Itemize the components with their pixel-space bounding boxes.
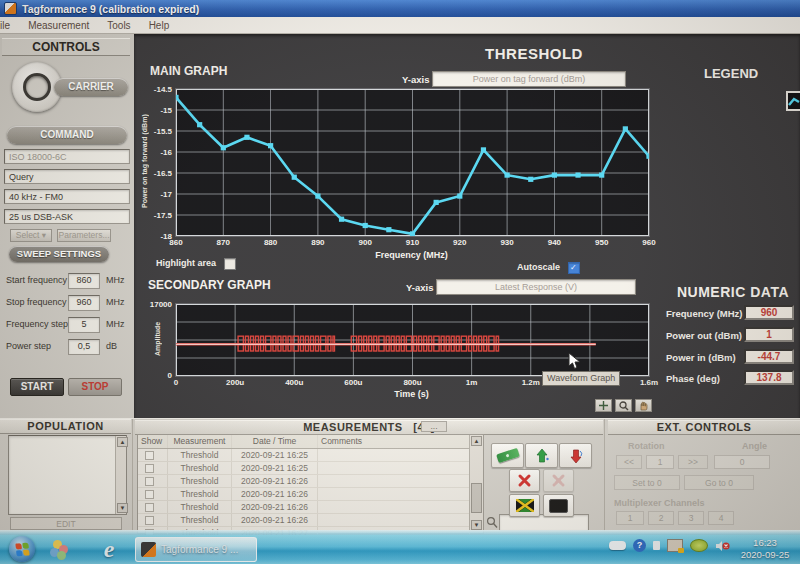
command-button[interactable]: COMMAND — [7, 126, 127, 144]
population-scroll-up-icon[interactable]: ▲ — [117, 437, 128, 447]
delete-measurement-button[interactable] — [509, 469, 540, 492]
table-row[interactable]: Threshold 2020-09-21 16:26 — [138, 475, 483, 488]
waveform-graph-tooltip: Waveform Graph — [542, 371, 620, 386]
table-row[interactable]: Threshold 2020-09-21 16:26 — [138, 501, 483, 514]
main-chart-ylabel: Power on tag forward (dBm) — [141, 88, 148, 235]
autoscale-checkbox[interactable] — [568, 262, 580, 274]
command-type-field[interactable]: Query — [4, 169, 130, 184]
show-hidden-icons-button[interactable] — [609, 541, 626, 550]
row-show-checkbox[interactable] — [145, 451, 154, 460]
measurements-table-header: Show Measurement Date / Time Comments — [138, 435, 483, 449]
start-frequency-label: Start frequency — [6, 275, 67, 285]
start-frequency-input[interactable]: 860 — [68, 273, 100, 289]
blank-display-button[interactable] — [543, 494, 574, 517]
system-tray: ? — [609, 539, 730, 552]
legend-line-icon — [788, 95, 800, 107]
antivirus-tray-icon[interactable] — [690, 539, 708, 552]
bottom-section: POPULATION ▲ ▼ EDIT MEASUREMENTS [49] ..… — [0, 418, 800, 533]
row-show-checkbox[interactable] — [145, 490, 154, 499]
menu-help[interactable]: Help — [149, 20, 170, 31]
set-to-0-button[interactable]: Set to 0 — [614, 475, 680, 490]
measurements-scroll-down-icon[interactable]: ▼ — [471, 520, 482, 530]
export-image-button[interactable] — [509, 494, 540, 517]
select-dropdown[interactable]: Select ▾ — [10, 229, 52, 242]
tagformance-task-button[interactable]: Tagformance 9 ... — [135, 537, 257, 562]
menu-measurement[interactable]: Measurement — [28, 20, 89, 31]
measurements-scroll-thumb[interactable] — [471, 483, 482, 513]
angle-field[interactable]: 0 — [714, 455, 770, 469]
row-show-checkbox[interactable] — [145, 477, 154, 486]
action-center-tray-icon[interactable] — [667, 539, 683, 552]
secondary-chart-xlabel: Time (s) — [175, 389, 648, 399]
link-frequency-field[interactable]: 40 kHz - FM0 — [4, 189, 130, 204]
stop-frequency-unit: MHz — [106, 297, 125, 307]
crosshair-tool-button[interactable] — [595, 399, 612, 412]
sweep-settings-button[interactable]: SWEEP SETTINGS — [9, 246, 109, 262]
export-measurement-button[interactable] — [559, 443, 592, 468]
pan-tool-button[interactable] — [635, 399, 652, 412]
carrier-button[interactable]: CARRIER — [54, 78, 128, 96]
zoom-tool-button[interactable] — [615, 399, 632, 412]
start-button[interactable]: START — [10, 378, 64, 396]
row-show-checkbox[interactable] — [145, 503, 154, 512]
rotation-steps-field[interactable]: 1 — [646, 455, 674, 469]
modulation-field[interactable]: 25 us DSB-ASK — [4, 209, 130, 224]
measurements-more-button[interactable]: ... — [421, 421, 447, 432]
measurements-scrollbar[interactable]: ▲ ▼ — [469, 435, 483, 531]
table-row[interactable]: Threshold 2020-09-21 16:25 — [138, 462, 483, 475]
population-scrollbar[interactable]: ▲ ▼ — [115, 436, 126, 514]
menu-tools[interactable]: Tools — [107, 20, 130, 31]
population-scroll-down-icon[interactable]: ▼ — [117, 503, 128, 513]
stop-button[interactable]: STOP — [68, 378, 122, 396]
row-show-checkbox[interactable] — [145, 464, 154, 473]
measurements-scroll-up-icon[interactable]: ▲ — [471, 436, 482, 446]
add-tag-button[interactable] — [491, 443, 524, 468]
table-row[interactable]: Threshold 2020-09-21 16:25 — [138, 449, 483, 462]
main-yaxis-dropdown[interactable]: Power on tag forward (dBm) — [432, 71, 626, 87]
protocol-field[interactable]: ISO 18000-6C — [4, 149, 130, 164]
taskbar-clock[interactable]: 16:23 2020-09-25 — [734, 537, 796, 561]
rotate-prev-button[interactable]: << — [616, 455, 642, 469]
rotate-next-button[interactable]: >> — [678, 455, 708, 469]
go-to-0-button[interactable]: Go to 0 — [684, 475, 754, 490]
import-measurement-button[interactable] — [525, 443, 558, 468]
col-show[interactable]: Show — [138, 435, 168, 448]
power-tray-icon[interactable] — [653, 541, 660, 550]
legend-plot-icon[interactable] — [786, 91, 800, 111]
delete-all-button[interactable] — [543, 469, 574, 492]
volume-muted-icon[interactable] — [715, 540, 730, 552]
secondary-yaxis-dropdown[interactable]: Latest Response (V) — [436, 279, 636, 295]
internet-explorer-icon[interactable]: e — [96, 537, 122, 562]
network-tray-icon[interactable]: ? — [633, 539, 646, 552]
frequency-step-label: Frequency step — [6, 319, 68, 329]
table-row[interactable]: Threshold 2020-09-21 16:26 — [138, 488, 483, 501]
mux-channel-3-button[interactable]: 3 — [678, 511, 704, 525]
getting-started-icon[interactable] — [50, 540, 70, 560]
main-threshold-chart[interactable]: 860870880890900910920930940950960-14.5-1… — [175, 88, 650, 237]
mux-channel-2-button[interactable]: 2 — [648, 511, 674, 525]
col-measurement[interactable]: Measurement — [168, 435, 232, 448]
col-datetime[interactable]: Date / Time — [232, 435, 318, 448]
carrier-ring-inner — [23, 73, 51, 101]
menu-file[interactable]: File — [0, 20, 10, 31]
hand-icon — [639, 401, 649, 411]
multiplexer-channels-label: Multiplexer Channels — [614, 498, 705, 508]
population-edit-button[interactable]: EDIT — [10, 517, 122, 530]
table-row[interactable]: Threshold 2020-09-21 16:26 — [138, 514, 483, 527]
start-frequency-unit: MHz — [106, 275, 125, 285]
numeric-phase-label: Phase (deg) — [666, 373, 720, 384]
power-step-input[interactable]: 0,5 — [68, 339, 100, 355]
population-listbox[interactable]: ▲ ▼ — [8, 435, 127, 515]
row-show-checkbox[interactable] — [145, 516, 154, 525]
highlight-area-checkbox[interactable] — [224, 258, 236, 270]
mux-channel-1-button[interactable]: 1 — [616, 511, 644, 525]
mux-channel-4-button[interactable]: 4 — [708, 511, 734, 525]
start-button[interactable] — [9, 536, 35, 562]
stop-frequency-input[interactable]: 960 — [68, 295, 100, 311]
numeric-power-out-value: 1 — [744, 327, 794, 342]
secondary-chart-ylabel: Amplitude — [154, 303, 161, 375]
frequency-step-input[interactable]: 5 — [68, 317, 100, 333]
col-comments[interactable]: Comments — [318, 435, 470, 448]
parameters-button[interactable]: Parameters... — [57, 229, 111, 242]
title-bar[interactable]: Tagformance 9 (calibration expired) — [0, 0, 800, 17]
